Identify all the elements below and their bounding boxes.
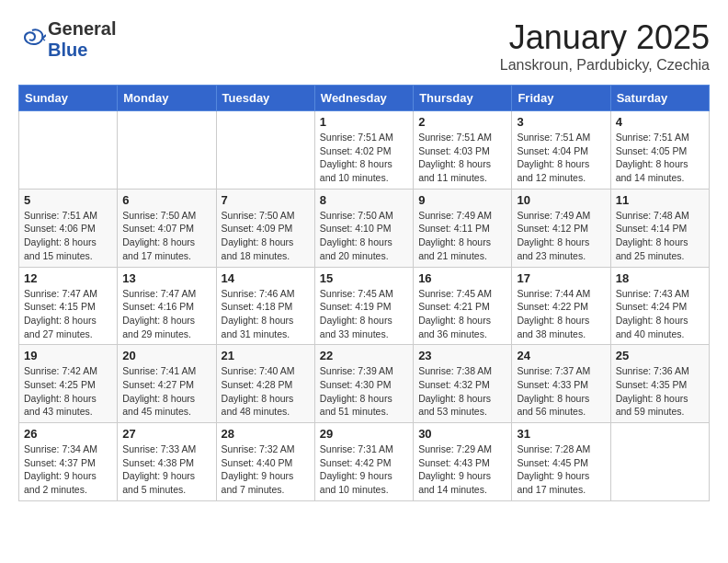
weekday-header: Thursday — [414, 86, 512, 111]
day-detail: Sunrise: 7:45 AM Sunset: 4:21 PM Dayligh… — [418, 287, 506, 341]
day-detail: Sunrise: 7:43 AM Sunset: 4:24 PM Dayligh… — [616, 287, 704, 341]
day-detail: Sunrise: 7:51 AM Sunset: 4:04 PM Dayligh… — [517, 131, 605, 185]
day-number: 11 — [616, 193, 704, 207]
day-number: 2 — [418, 115, 506, 129]
calendar-cell: 1Sunrise: 7:51 AM Sunset: 4:02 PM Daylig… — [314, 111, 413, 190]
day-detail: Sunrise: 7:33 AM Sunset: 4:38 PM Dayligh… — [122, 442, 210, 497]
calendar-cell: 9Sunrise: 7:49 AM Sunset: 4:11 PM Daylig… — [414, 189, 512, 267]
day-number: 6 — [122, 193, 210, 207]
weekday-row: SundayMondayTuesdayWednesdayThursdayFrid… — [19, 86, 710, 111]
day-detail: Sunrise: 7:47 AM Sunset: 4:16 PM Dayligh… — [122, 287, 210, 341]
day-detail: Sunrise: 7:32 AM Sunset: 4:40 PM Dayligh… — [222, 442, 310, 497]
calendar-cell: 11Sunrise: 7:48 AM Sunset: 4:14 PM Dayli… — [610, 189, 709, 267]
day-number: 12 — [24, 271, 112, 285]
day-number: 26 — [24, 427, 112, 441]
day-number: 15 — [320, 271, 408, 285]
calendar-cell: 28Sunrise: 7:32 AM Sunset: 4:40 PM Dayli… — [216, 423, 314, 501]
weekday-header: Sunday — [19, 86, 118, 111]
day-detail: Sunrise: 7:47 AM Sunset: 4:15 PM Dayligh… — [24, 287, 112, 341]
day-detail: Sunrise: 7:42 AM Sunset: 4:25 PM Dayligh… — [24, 364, 112, 419]
day-detail: Sunrise: 7:45 AM Sunset: 4:19 PM Dayligh… — [320, 287, 408, 341]
calendar-cell: 7Sunrise: 7:50 AM Sunset: 4:09 PM Daylig… — [216, 189, 314, 267]
day-number: 9 — [418, 193, 506, 207]
day-detail: Sunrise: 7:28 AM Sunset: 4:45 PM Dayligh… — [517, 442, 605, 497]
day-detail: Sunrise: 7:39 AM Sunset: 4:30 PM Dayligh… — [320, 364, 408, 419]
page-header: General Blue January 2025 Lanskroun, Par… — [18, 18, 710, 74]
calendar-cell: 25Sunrise: 7:36 AM Sunset: 4:35 PM Dayli… — [610, 345, 709, 423]
weekday-header: Friday — [512, 86, 610, 111]
day-number: 1 — [320, 115, 408, 129]
day-detail: Sunrise: 7:49 AM Sunset: 4:11 PM Dayligh… — [418, 209, 506, 263]
calendar-cell: 2Sunrise: 7:51 AM Sunset: 4:03 PM Daylig… — [414, 111, 512, 190]
logo-icon — [18, 26, 46, 53]
calendar-cell: 26Sunrise: 7:34 AM Sunset: 4:37 PM Dayli… — [19, 423, 118, 501]
day-detail: Sunrise: 7:36 AM Sunset: 4:35 PM Dayligh… — [616, 364, 704, 419]
calendar-cell: 18Sunrise: 7:43 AM Sunset: 4:24 PM Dayli… — [610, 267, 709, 345]
day-detail: Sunrise: 7:50 AM Sunset: 4:10 PM Dayligh… — [320, 209, 408, 263]
day-number: 30 — [418, 427, 506, 441]
day-number: 24 — [517, 349, 605, 362]
calendar-body: 1Sunrise: 7:51 AM Sunset: 4:02 PM Daylig… — [19, 111, 710, 501]
day-detail: Sunrise: 7:51 AM Sunset: 4:03 PM Dayligh… — [418, 131, 506, 185]
logo: General Blue — [18, 18, 116, 61]
day-detail: Sunrise: 7:46 AM Sunset: 4:18 PM Dayligh… — [222, 287, 310, 341]
weekday-header: Wednesday — [314, 86, 413, 111]
logo-general: General — [48, 18, 116, 39]
day-detail: Sunrise: 7:38 AM Sunset: 4:32 PM Dayligh… — [418, 364, 506, 419]
day-number: 4 — [616, 115, 704, 129]
calendar-week-row: 5Sunrise: 7:51 AM Sunset: 4:06 PM Daylig… — [19, 189, 710, 267]
calendar-table: SundayMondayTuesdayWednesdayThursdayFrid… — [18, 85, 710, 501]
calendar-cell: 19Sunrise: 7:42 AM Sunset: 4:25 PM Dayli… — [19, 345, 118, 423]
calendar-cell: 20Sunrise: 7:41 AM Sunset: 4:27 PM Dayli… — [118, 345, 216, 423]
calendar-cell: 31Sunrise: 7:28 AM Sunset: 4:45 PM Dayli… — [512, 423, 610, 501]
day-detail: Sunrise: 7:49 AM Sunset: 4:12 PM Dayligh… — [517, 209, 605, 263]
calendar-cell: 29Sunrise: 7:31 AM Sunset: 4:42 PM Dayli… — [314, 423, 413, 501]
calendar-cell — [216, 111, 314, 190]
day-number: 28 — [222, 427, 310, 441]
day-number: 5 — [24, 193, 112, 207]
day-number: 17 — [517, 271, 605, 285]
day-number: 29 — [320, 427, 408, 441]
calendar-cell: 5Sunrise: 7:51 AM Sunset: 4:06 PM Daylig… — [19, 189, 118, 267]
day-detail: Sunrise: 7:50 AM Sunset: 4:09 PM Dayligh… — [222, 209, 310, 263]
weekday-header: Saturday — [610, 86, 709, 111]
day-detail: Sunrise: 7:31 AM Sunset: 4:42 PM Dayligh… — [320, 442, 408, 497]
calendar-cell: 30Sunrise: 7:29 AM Sunset: 4:43 PM Dayli… — [414, 423, 512, 501]
title-block: January 2025 Lanskroun, Pardubicky, Czec… — [500, 18, 710, 74]
day-number: 25 — [616, 349, 704, 362]
day-detail: Sunrise: 7:44 AM Sunset: 4:22 PM Dayligh… — [517, 287, 605, 341]
day-detail: Sunrise: 7:51 AM Sunset: 4:02 PM Dayligh… — [320, 131, 408, 185]
day-number: 21 — [222, 349, 310, 362]
calendar-header: SundayMondayTuesdayWednesdayThursdayFrid… — [19, 86, 710, 111]
day-detail: Sunrise: 7:29 AM Sunset: 4:43 PM Dayligh… — [418, 442, 506, 497]
day-detail: Sunrise: 7:34 AM Sunset: 4:37 PM Dayligh… — [24, 442, 112, 497]
calendar-week-row: 19Sunrise: 7:42 AM Sunset: 4:25 PM Dayli… — [19, 345, 710, 423]
day-number: 31 — [517, 427, 605, 441]
day-number: 16 — [418, 271, 506, 285]
calendar-title: January 2025 — [500, 18, 710, 57]
calendar-cell: 6Sunrise: 7:50 AM Sunset: 4:07 PM Daylig… — [118, 189, 216, 267]
weekday-header: Monday — [118, 86, 216, 111]
day-number: 7 — [222, 193, 310, 207]
day-number: 22 — [320, 349, 408, 362]
calendar-cell: 12Sunrise: 7:47 AM Sunset: 4:15 PM Dayli… — [19, 267, 118, 345]
weekday-header: Tuesday — [216, 86, 314, 111]
day-number: 20 — [122, 349, 210, 362]
calendar-week-row: 12Sunrise: 7:47 AM Sunset: 4:15 PM Dayli… — [19, 267, 710, 345]
logo-text: General Blue — [48, 18, 116, 61]
calendar-cell — [610, 423, 709, 501]
calendar-cell: 21Sunrise: 7:40 AM Sunset: 4:28 PM Dayli… — [216, 345, 314, 423]
day-detail: Sunrise: 7:40 AM Sunset: 4:28 PM Dayligh… — [222, 364, 310, 419]
calendar-cell: 8Sunrise: 7:50 AM Sunset: 4:10 PM Daylig… — [314, 189, 413, 267]
calendar-cell: 27Sunrise: 7:33 AM Sunset: 4:38 PM Dayli… — [118, 423, 216, 501]
day-number: 27 — [122, 427, 210, 441]
logo-blue: Blue — [48, 40, 87, 60]
calendar-cell: 16Sunrise: 7:45 AM Sunset: 4:21 PM Dayli… — [414, 267, 512, 345]
calendar-cell: 15Sunrise: 7:45 AM Sunset: 4:19 PM Dayli… — [314, 267, 413, 345]
calendar-cell: 4Sunrise: 7:51 AM Sunset: 4:05 PM Daylig… — [610, 111, 709, 190]
day-number: 14 — [222, 271, 310, 285]
calendar-cell: 14Sunrise: 7:46 AM Sunset: 4:18 PM Dayli… — [216, 267, 314, 345]
day-detail: Sunrise: 7:41 AM Sunset: 4:27 PM Dayligh… — [122, 364, 210, 419]
calendar-week-row: 26Sunrise: 7:34 AM Sunset: 4:37 PM Dayli… — [19, 423, 710, 501]
calendar-subtitle: Lanskroun, Pardubicky, Czechia — [500, 57, 710, 74]
